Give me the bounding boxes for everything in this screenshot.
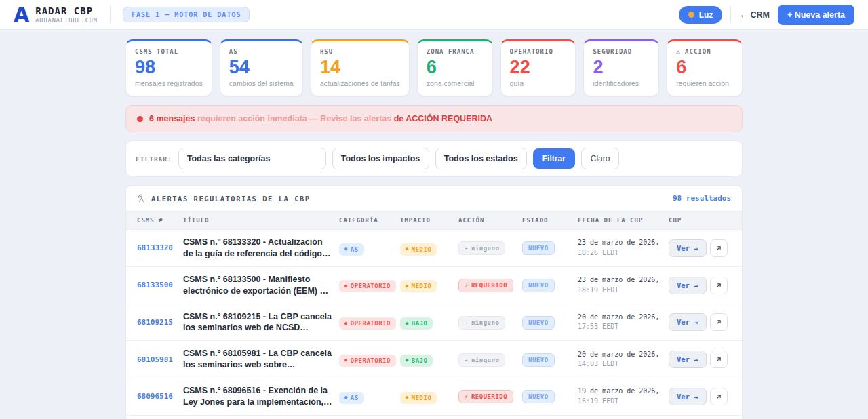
stat-sublabel: actualizaciones de tarifas <box>320 79 400 87</box>
category-cell: ● OPERATORIO <box>339 352 393 367</box>
category-badge: ● OPERATORIO <box>339 317 396 330</box>
status-badge: NUEVO <box>522 279 555 292</box>
impact-badge: ● BAJO <box>400 317 433 330</box>
action-required-banner: 6 mensajes requieren acción inmediata — … <box>125 105 743 132</box>
table-column-headers: CSMS #TÍTULOCATEGORÍAIMPACTOACCIÓNESTADO… <box>126 211 742 229</box>
view-button[interactable]: Ver → <box>669 239 707 257</box>
dot-icon: ● <box>406 321 409 326</box>
view-button[interactable]: Ver → <box>669 277 707 294</box>
stat-label: SEGURIDAD <box>593 48 650 55</box>
stat-card: OPERATORIO22guía <box>500 39 576 96</box>
column-header: CBP <box>669 217 731 224</box>
row-actions: Ver → <box>669 239 731 257</box>
main-content: CSMS TOTAL98mensajes registradosAS54camb… <box>125 30 743 419</box>
alert-title: CSMS n.º 68133320 - Actualización de la … <box>183 237 332 260</box>
dash-icon: - <box>465 319 469 326</box>
action-cell: - ninguno <box>458 315 515 330</box>
time-label: 14:03 EEDT <box>578 360 618 367</box>
external-link-button[interactable] <box>710 351 728 368</box>
stat-sublabel: mensajes registrados <box>135 79 203 87</box>
stat-sublabel: requieren acción <box>676 79 733 87</box>
date-cell: 23 de marzo de 2026,18:19 EEDT <box>578 275 662 295</box>
dot-icon: ● <box>344 284 348 289</box>
date-cell: 19 de marzo de 2026,16:19 EEDT <box>578 386 662 406</box>
status-select[interactable]: Todos los estados <box>435 148 527 169</box>
alert-title: CSMS n.º 68109215 - La CBP cancela los s… <box>183 311 332 334</box>
time-label: 18:26 EEDT <box>578 249 618 256</box>
stat-label: OPERATORIO <box>510 48 567 55</box>
app-title: RADAR CBP <box>35 6 98 16</box>
column-header: FECHA DE LA CBP <box>578 217 662 224</box>
external-link-button[interactable] <box>710 277 728 294</box>
external-link-icon <box>715 282 722 289</box>
time-label: 17:53 EEDT <box>578 323 618 330</box>
external-link-icon <box>715 245 722 252</box>
stat-value: 2 <box>593 56 650 78</box>
external-link-icon <box>715 356 722 363</box>
row-actions: Ver → <box>669 277 731 294</box>
stat-value: 54 <box>229 56 294 78</box>
csms-id-link[interactable]: 68133320 <box>137 243 176 252</box>
status-cell: NUEVO <box>522 353 571 367</box>
table-body: 68133320CSMS n.º 68133320 - Actualizació… <box>126 229 742 419</box>
brand: A RADAR CBP ADUANALIBRE.COM <box>14 5 98 24</box>
alert-title: CSMS n.º 68133500 - Manifiesto electróni… <box>183 274 332 297</box>
category-badge: ● OPERATORIO <box>339 280 396 292</box>
dash-icon: - <box>465 357 469 363</box>
external-link-button[interactable] <box>710 313 728 331</box>
category-select[interactable]: Todas las categorías <box>178 148 326 169</box>
csms-id-link[interactable]: 68105981 <box>137 355 176 364</box>
warning-triangle-icon: ⚠ <box>676 48 685 55</box>
action-badge: ⚡ REQUERIDO <box>458 279 513 292</box>
alert-title: CSMS n.º 68096516 - Exención de la Ley J… <box>183 385 332 408</box>
action-cell: ⚡ REQUERIDO <box>458 278 515 292</box>
csms-id-link[interactable]: 68096516 <box>137 392 176 401</box>
status-badge: NUEVO <box>522 241 555 255</box>
csms-id-link[interactable]: 68109215 <box>137 318 176 327</box>
stat-card: SEGURIDAD2identificadores <box>583 39 659 96</box>
stat-value: 6 <box>676 56 733 78</box>
table-row: 68133320CSMS n.º 68133320 - Actualizació… <box>126 229 742 266</box>
crm-back-link[interactable]: ← CRM <box>739 10 769 20</box>
banner-message: requieren acción inmediata — Revise las … <box>197 114 391 123</box>
dot-icon: ● <box>406 358 409 363</box>
clear-filter-button[interactable]: Claro <box>581 148 620 169</box>
category-cell: ● OPERATORIO <box>339 278 393 293</box>
new-alert-button[interactable]: + Nueva alerta <box>778 5 854 25</box>
external-link-button[interactable] <box>710 239 728 257</box>
banner-count: 6 mensajes <box>149 114 195 123</box>
user-button[interactable]: Luz <box>679 6 723 24</box>
column-header: CSMS # <box>137 217 176 224</box>
category-badge: ● AS <box>339 392 364 404</box>
status-dot-icon <box>688 12 694 18</box>
impact-select[interactable]: Todos los impactos <box>332 148 429 169</box>
header-divider <box>110 6 111 24</box>
apply-filter-button[interactable]: Filtrar <box>533 148 575 169</box>
impact-badge: ● BAJO <box>400 355 433 367</box>
impact-cell: ● MEDIO <box>400 241 452 256</box>
row-actions: Ver → <box>669 351 731 368</box>
view-button[interactable]: Ver → <box>669 313 707 331</box>
column-header: CATEGORÍA <box>339 217 393 224</box>
external-link-button[interactable] <box>710 388 728 405</box>
stat-label: ⚠ ACCIÓN <box>676 48 733 55</box>
table-row: 68096516CSMS n.º 68096516 - Exención de … <box>126 378 742 415</box>
time-label: 16:19 EEDT <box>578 397 618 405</box>
stat-sublabel: guía <box>510 79 567 87</box>
status-badge: NUEVO <box>522 353 555 367</box>
impact-badge: ● MEDIO <box>400 392 437 404</box>
csms-id-link[interactable]: 68133500 <box>137 281 176 290</box>
stat-label: CSMS TOTAL <box>135 48 203 55</box>
view-button[interactable]: Ver → <box>669 351 707 368</box>
column-header: ESTADO <box>522 217 571 224</box>
stat-card: CSMS TOTAL98mensajes registrados <box>125 39 212 96</box>
impact-badge: ● MEDIO <box>400 243 437 256</box>
stat-value: 98 <box>135 56 203 78</box>
alert-title: CSMS n.º 68105981 - La CBP cancela los s… <box>183 348 332 371</box>
view-button[interactable]: Ver → <box>669 388 707 405</box>
stat-value: 6 <box>427 56 484 78</box>
impact-cell: ● BAJO <box>400 315 452 330</box>
status-cell: NUEVO <box>522 278 571 292</box>
action-badge: - ninguno <box>458 316 505 330</box>
date-cell: 23 de marzo de 2026,18:26 EEDT <box>578 238 662 258</box>
